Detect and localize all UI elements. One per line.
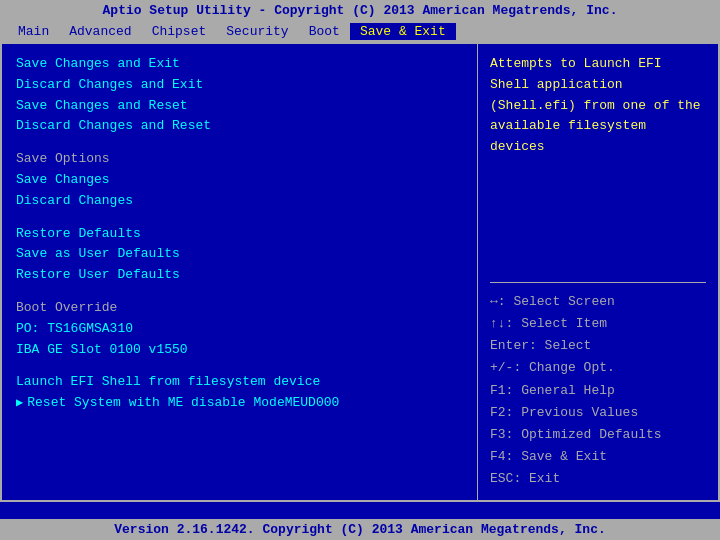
left-section-3: Boot OverridePO: TS16GMSA310IBA GE Slot … <box>16 298 463 360</box>
bottom-text: Version 2.16.1242. Copyright (C) 2013 Am… <box>114 522 605 537</box>
help-line: ESC: Exit <box>490 468 706 490</box>
help-line: +/-: Change Opt. <box>490 357 706 379</box>
help-line: ↑↓: Select Item <box>490 313 706 335</box>
menu-entry-2-1[interactable]: Save as User Defaults <box>16 244 463 265</box>
menu-entry-2-0[interactable]: Restore Defaults <box>16 224 463 245</box>
left-section-4: Launch EFI Shell from filesystem device▶… <box>16 372 463 414</box>
arrow-icon: ▶ <box>16 394 23 413</box>
menu-entry-1-1[interactable]: Save Changes <box>16 170 463 191</box>
bottom-bar: Version 2.16.1242. Copyright (C) 2013 Am… <box>0 519 720 540</box>
help-line: F3: Optimized Defaults <box>490 424 706 446</box>
menu-entry-0-0[interactable]: Save Changes and Exit <box>16 54 463 75</box>
entry-label: Reset System with ME disable ModeMEUD000 <box>27 393 339 414</box>
help-line: F2: Previous Values <box>490 402 706 424</box>
menu-bar: MainAdvancedChipsetSecurityBootSave & Ex… <box>0 21 720 42</box>
left-section-0: Save Changes and ExitDiscard Changes and… <box>16 54 463 137</box>
menu-entry-4-0[interactable]: Launch EFI Shell from filesystem device <box>16 372 463 393</box>
title-text: Aptio Setup Utility - Copyright (C) 2013… <box>103 3 618 18</box>
menu-entry-2-2[interactable]: Restore User Defaults <box>16 265 463 286</box>
help-line: F1: General Help <box>490 380 706 402</box>
menu-entry-1-2[interactable]: Discard Changes <box>16 191 463 212</box>
menu-entry-3-1[interactable]: PO: TS16GMSA310 <box>16 319 463 340</box>
help-area: ↔: Select Screen↑↓: Select ItemEnter: Se… <box>490 291 706 490</box>
divider <box>490 282 706 283</box>
menu-entry-3-2[interactable]: IBA GE Slot 0100 v1550 <box>16 340 463 361</box>
help-line: Enter: Select <box>490 335 706 357</box>
menu-item-chipset[interactable]: Chipset <box>142 23 217 40</box>
left-section-2: Restore DefaultsSave as User DefaultsRes… <box>16 224 463 286</box>
left-section-1: Save OptionsSave ChangesDiscard Changes <box>16 149 463 211</box>
menu-entry-3-0: Boot Override <box>16 298 463 319</box>
menu-item-main[interactable]: Main <box>8 23 59 40</box>
menu-item-save---exit[interactable]: Save & Exit <box>350 23 456 40</box>
menu-entry-4-1[interactable]: ▶Reset System with ME disable ModeMEUD00… <box>16 393 463 414</box>
left-panel: Save Changes and ExitDiscard Changes and… <box>2 44 478 500</box>
help-line: ↔: Select Screen <box>490 291 706 313</box>
main-content: Save Changes and ExitDiscard Changes and… <box>0 42 720 502</box>
help-line: F4: Save & Exit <box>490 446 706 468</box>
menu-entry-0-3[interactable]: Discard Changes and Reset <box>16 116 463 137</box>
right-panel: Attempts to Launch EFI Shell application… <box>478 44 718 500</box>
title-bar: Aptio Setup Utility - Copyright (C) 2013… <box>0 0 720 21</box>
menu-item-boot[interactable]: Boot <box>299 23 350 40</box>
description-area: Attempts to Launch EFI Shell application… <box>490 54 706 274</box>
menu-item-advanced[interactable]: Advanced <box>59 23 141 40</box>
menu-entry-0-1[interactable]: Discard Changes and Exit <box>16 75 463 96</box>
menu-item-security[interactable]: Security <box>216 23 298 40</box>
menu-entry-1-0: Save Options <box>16 149 463 170</box>
menu-entry-0-2[interactable]: Save Changes and Reset <box>16 96 463 117</box>
